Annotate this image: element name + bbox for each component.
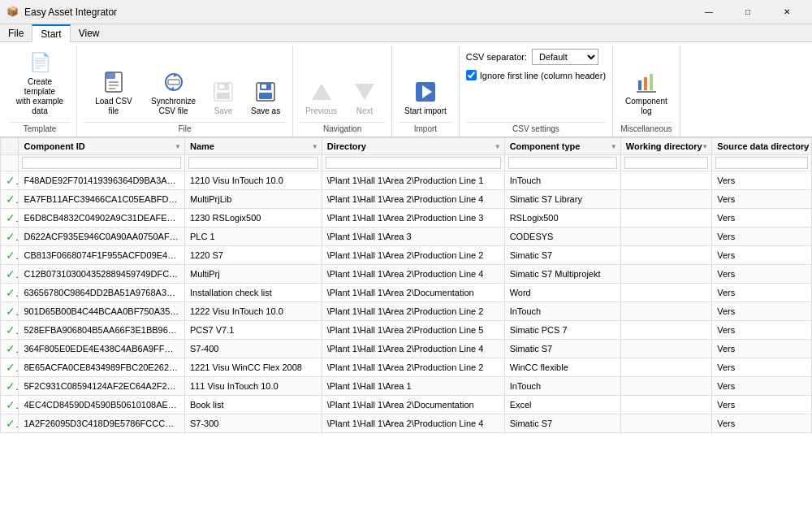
table-row[interactable]: ✓D622ACF935E946C0A90AA0750AF67D82PLC 1\P… [1, 228, 812, 246]
col-source-data[interactable]: Source data directory ▼ [712, 138, 812, 155]
create-template-icon: 📄 [27, 50, 53, 76]
filter-type-input[interactable] [508, 157, 617, 169]
menu-view[interactable]: View [71, 24, 108, 42]
start-import-icon [412, 79, 438, 105]
table-row[interactable]: ✓C12B073103004352889459749DFC8557MultiPr… [1, 265, 812, 284]
filter-id[interactable] [19, 155, 185, 171]
filter-id-input[interactable] [22, 157, 181, 169]
template-group-label: Template [10, 122, 70, 133]
table-row[interactable]: ✓528EFBA906804B5AA66F3E1BB96F76E0PCS7 V7… [1, 321, 812, 340]
save-as-label: Save as [251, 106, 280, 116]
next-label: Next [356, 106, 374, 116]
table-row[interactable]: ✓364F805E0EDE4E438C4AB6A9FFD11C7AS7-400\… [1, 340, 812, 358]
cell-directory: \Plant 1\Hall 1\Area 2\Production Line 4 [322, 190, 504, 209]
cell-type: CODESYS [504, 228, 620, 246]
cell-source-dir: Vers [712, 414, 812, 433]
table-row[interactable]: ✓CB813F0668074F1F955ACFD09E4CC2E21220 S7… [1, 246, 812, 265]
component-log-icon [633, 69, 659, 95]
col-working-dir[interactable]: Working directory ▼ [620, 138, 711, 155]
table-header-row: Component ID ▼ Name ▼ Directory ▼ Compon… [1, 138, 812, 155]
filter-name[interactable] [184, 155, 322, 171]
cell-type: InTouch [504, 302, 620, 321]
next-button[interactable]: Next [344, 75, 385, 120]
data-table-wrapper[interactable]: Component ID ▼ Name ▼ Directory ▼ Compon… [0, 137, 812, 512]
cell-name: Installation check list [184, 284, 322, 302]
cell-status: ✓ [1, 284, 19, 302]
cell-id: 1A2F26095D3C418D9E5786FCCCCEA6BB [19, 414, 185, 433]
ribbon: 📄 Create templatewith example data Templ… [0, 42, 812, 137]
table-row[interactable]: ✓1A2F26095D3C418D9E5786FCCCCEA6BBS7-300\… [1, 414, 812, 433]
filter-source-input[interactable] [715, 157, 808, 169]
table-row[interactable]: ✓4EC4CD84590D4590B50610108AE7EA40Book li… [1, 396, 812, 414]
minimize-button[interactable]: — [690, 0, 728, 24]
filter-directory-input[interactable] [326, 157, 501, 169]
menu-file[interactable]: File [0, 24, 32, 42]
col-component-type[interactable]: Component type ▼ [504, 138, 620, 155]
cell-type: Simatic S7 Library [504, 190, 620, 209]
menu-start[interactable]: Start [32, 24, 70, 42]
save-as-button[interactable]: Save as [245, 75, 286, 120]
table-row[interactable]: ✓901D65B00B4C44BCAA0BF750A3528A7A1222 Vi… [1, 302, 812, 321]
start-import-button[interactable]: Start import [399, 75, 452, 120]
cell-source-dir: Vers [712, 209, 812, 228]
svg-rect-21 [650, 74, 653, 90]
cell-source-dir: Vers [712, 246, 812, 265]
ignore-first-line-checkbox[interactable] [466, 70, 477, 80]
cell-name: MultiPrjLib [184, 190, 322, 209]
cell-type: InTouch [504, 377, 620, 396]
table-row[interactable]: ✓63656780C9864DD2BA51A9768A3EDF96Install… [1, 284, 812, 302]
data-table: Component ID ▼ Name ▼ Directory ▼ Compon… [0, 137, 812, 433]
cell-status: ✓ [1, 414, 19, 433]
col-name[interactable]: Name ▼ [184, 138, 322, 155]
table-row[interactable]: ✓5F2C931C08594124AF2EC64A2F2EBDB4111 Vis… [1, 377, 812, 396]
svg-rect-20 [644, 77, 647, 90]
cell-directory: \Plant 1\Hall 1\Area 2\Production Line 4 [322, 414, 504, 433]
cell-status: ✓ [1, 377, 19, 396]
save-icon [210, 79, 236, 105]
sync-csv-button[interactable]: SynchronizeCSV file [145, 65, 201, 120]
maximize-button[interactable]: □ [729, 0, 767, 24]
component-log-label: Componentlog [625, 97, 667, 116]
window-controls: — □ ✕ [690, 0, 806, 24]
filter-directory[interactable] [322, 155, 504, 171]
filter-name-input[interactable] [188, 157, 318, 169]
col-directory[interactable]: Directory ▼ [322, 138, 504, 155]
component-log-button[interactable]: Componentlog [620, 65, 673, 120]
close-button[interactable]: ✕ [768, 0, 806, 24]
save-button[interactable]: Save [203, 75, 244, 120]
cell-id: 364F805E0EDE4E438C4AB6A9FFD11C7A [19, 340, 185, 358]
cell-directory: \Plant 1\Hall 1\Area 2\Production Line 5 [322, 321, 504, 340]
csv-separator-select[interactable]: Default Comma Semicolon Tab [532, 49, 598, 65]
svg-rect-1 [106, 72, 115, 79]
app-title: Easy Asset Integrator [24, 7, 690, 18]
menu-bar: File Start View [0, 24, 812, 42]
csv-separator-label: CSV separator: [466, 52, 527, 62]
cell-directory: \Plant 1\Hall 1\Area 2\Production Line 2 [322, 246, 504, 265]
cell-name: 1222 Visu InTouch 10.0 [184, 302, 322, 321]
previous-button[interactable]: Previous [300, 75, 343, 120]
cell-id: EA7FB11AFC39466CA1C05EABFDF E6B5D [19, 190, 185, 209]
cell-source-dir: Vers [712, 171, 812, 190]
create-template-button[interactable]: 📄 Create templatewith example data [10, 46, 70, 120]
cell-id: 5F2C931C08594124AF2EC64A2F2EBDB4 [19, 377, 185, 396]
cell-status: ✓ [1, 358, 19, 377]
col-component-id[interactable]: Component ID ▼ [19, 138, 185, 155]
table-row[interactable]: ✓8E65ACFA0CE8434989FBC20E262836381221 Vi… [1, 358, 812, 377]
cell-working-dir [620, 321, 711, 340]
filter-working-input[interactable] [624, 157, 708, 169]
cell-name: S7-400 [184, 340, 322, 358]
ribbon-group-file: Load CSV file SynchronizeCSV file [77, 46, 293, 137]
cell-type: Simatic S7 [504, 414, 620, 433]
filter-type[interactable] [504, 155, 620, 171]
cell-working-dir [620, 284, 711, 302]
load-csv-button[interactable]: Load CSV file [84, 65, 144, 120]
previous-icon [309, 79, 335, 105]
cell-directory: \Plant 1\Hall 1\Area 2\Documentation [322, 284, 504, 302]
main-content: Component ID ▼ Name ▼ Directory ▼ Compon… [0, 137, 812, 512]
table-row[interactable]: ✓E6D8CB4832C04902A9C31DEAFE26B20D1230 RS… [1, 209, 812, 228]
cell-directory: \Plant 1\Hall 1\Area 2\Production Line 4 [322, 265, 504, 284]
table-row[interactable]: ✓EA7FB11AFC39466CA1C05EABFDF E6B5DMultiP… [1, 190, 812, 209]
filter-source[interactable] [712, 155, 812, 171]
table-row[interactable]: ✓F48ADE92F701419396364D9BA3ABBC151210 Vi… [1, 171, 812, 190]
filter-working[interactable] [620, 155, 711, 171]
